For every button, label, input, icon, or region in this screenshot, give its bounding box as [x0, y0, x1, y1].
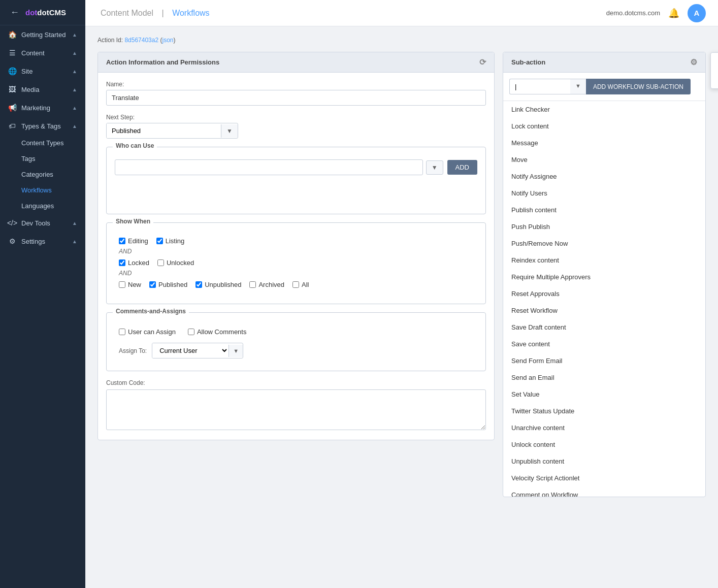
editing-label[interactable]: Editing [119, 237, 148, 245]
dropdown-item[interactable]: Push Publish [503, 218, 705, 235]
dropdown-item[interactable]: Link Checker [503, 101, 705, 118]
add-sub-action-button[interactable]: ADD WORKFLOW SUB-ACTION [586, 79, 691, 94]
save-button[interactable]: Save [711, 53, 718, 71]
new-checkbox[interactable] [119, 281, 125, 288]
assign-to-select[interactable]: Current User [152, 343, 229, 358]
chevron-up-icon: ▲ [72, 50, 77, 56]
avatar[interactable]: A [688, 4, 706, 22]
dropdown-item[interactable]: Reindex content [503, 252, 705, 269]
and-text-1: AND [119, 248, 473, 255]
locked-label[interactable]: Locked [119, 259, 149, 267]
sidebar-item-label: Site [21, 68, 32, 75]
sidebar-item-label: Content [21, 49, 45, 57]
allow-comments-label[interactable]: Allow Comments [188, 328, 247, 336]
published-label[interactable]: Published [149, 281, 187, 288]
sidebar-sub-tags[interactable]: Tags [0, 151, 85, 167]
dropdown-item[interactable]: Move [503, 151, 705, 168]
dropdown-item[interactable]: Notify Users [503, 185, 705, 202]
save-cancel-popup: Save Cancel [710, 52, 718, 89]
listing-label[interactable]: Listing [156, 237, 185, 245]
panel-row: Action Information and Permissions ⟳ Nam… [97, 52, 706, 497]
marketing-icon: 📢 [8, 104, 16, 112]
dropdown-item[interactable]: Require Multiple Approvers [503, 269, 705, 285]
sidebar: ← dotdotCMS 🏠 Getting Started ▲ ☰ Conten… [0, 0, 85, 588]
gear-icon[interactable]: ⟳ [479, 57, 486, 67]
sidebar-item-marketing[interactable]: 📢 Marketing ▲ [0, 99, 85, 117]
dropdown-item[interactable]: Unpublish content [503, 453, 705, 470]
sidebar-item-getting-started[interactable]: 🏠 Getting Started ▲ [0, 25, 85, 44]
sub-action-dropdown-btn[interactable]: ▼ [570, 79, 586, 94]
dropdown-item[interactable]: Message [503, 135, 705, 151]
dropdown-item[interactable]: Send an Email [503, 369, 705, 386]
dropdown-item[interactable]: Unlock content [503, 436, 705, 453]
sidebar-item-media[interactable]: 🖼 Media ▲ [0, 80, 85, 99]
show-when-legend: Show When [113, 218, 153, 225]
sidebar-item-settings[interactable]: ⚙ Settings ▲ [0, 232, 85, 250]
cancel-button[interactable]: Cancel [711, 71, 718, 88]
all-checkbox[interactable] [292, 281, 299, 288]
settings-icon: ⚙ [8, 237, 16, 245]
next-step-dropdown-btn[interactable]: ▼ [221, 124, 238, 138]
published-checkbox[interactable] [149, 281, 156, 288]
sidebar-item-label: Settings [21, 238, 45, 245]
sub-action-search-input[interactable] [509, 79, 570, 94]
dropdown-item[interactable]: Publish content [503, 202, 705, 218]
dropdown-item[interactable]: Reset Approvals [503, 285, 705, 302]
left-panel-title: Action Information and Permissions [106, 58, 219, 66]
dropdown-item[interactable]: Save content [503, 336, 705, 352]
dropdown-item[interactable]: Send Form Email [503, 352, 705, 369]
locked-checkbox[interactable] [119, 259, 125, 266]
content-area: Action Id: 8d567403a2 (json) Action Info… [85, 26, 718, 588]
dropdown-item[interactable]: Unarchive content [503, 419, 705, 436]
next-step-select[interactable]: Published [107, 123, 221, 138]
new-label[interactable]: New [119, 281, 141, 288]
dropdown-item[interactable]: Reset Workflow [503, 302, 705, 319]
sidebar-item-site[interactable]: 🌐 Site ▲ [0, 62, 85, 80]
dropdown-item[interactable]: Save Draft content [503, 319, 705, 336]
custom-code-textarea[interactable] [106, 389, 486, 430]
dropdown-item[interactable]: Notify Assignee [503, 168, 705, 185]
unpublished-checkbox[interactable] [195, 281, 202, 288]
unlocked-checkbox[interactable] [157, 259, 164, 266]
user-can-assign-checkbox[interactable] [119, 329, 125, 335]
sidebar-item-dev-tools[interactable]: </> Dev Tools ▲ [0, 214, 85, 232]
sidebar-sub-languages[interactable]: Languages [0, 198, 85, 214]
dropdown-item[interactable]: Twitter Status Update [503, 403, 705, 419]
dropdown-item[interactable]: Push/Remove Now [503, 235, 705, 252]
archived-label[interactable]: Archived [249, 281, 284, 288]
action-json-link[interactable]: json [162, 37, 173, 44]
unlocked-label[interactable]: Unlocked [157, 259, 194, 267]
sidebar-sub-workflows[interactable]: Workflows [0, 182, 85, 198]
who-can-use-select[interactable] [115, 159, 423, 175]
who-dropdown-btn[interactable]: ▼ [426, 160, 443, 175]
user-can-assign-label[interactable]: User can Assign [119, 328, 176, 336]
assign-dropdown-btn[interactable]: ▼ [229, 345, 243, 357]
action-id-link[interactable]: 8d567403a2 [124, 37, 158, 44]
dropdown-item[interactable]: Lock content [503, 118, 705, 135]
name-group: Name: [106, 81, 486, 106]
page-title: Content Model | Workflows [97, 9, 213, 18]
editing-checkbox[interactable] [119, 238, 125, 244]
action-id-bar: Action Id: 8d567403a2 (json) [97, 37, 706, 44]
sidebar-sub-content-types[interactable]: Content Types [0, 135, 85, 151]
unpublished-label[interactable]: Unpublished [195, 281, 241, 288]
who-add-button[interactable]: ADD [447, 160, 477, 175]
back-button[interactable]: ← [8, 7, 21, 18]
next-step-select-wrapper: Published ▼ [106, 123, 238, 139]
allow-comments-checkbox[interactable] [188, 329, 194, 335]
bell-icon[interactable]: 🔔 [668, 8, 679, 19]
sidebar-item-types-tags[interactable]: 🏷 Types & Tags ▲ [0, 117, 85, 135]
archived-checkbox[interactable] [249, 281, 256, 288]
name-input[interactable] [106, 90, 486, 106]
comments-check-row: User can Assign Allow Comments [119, 328, 473, 336]
dropdown-item[interactable]: Velocity Script Actionlet [503, 470, 705, 486]
next-step-group: Next Step: Published ▼ [106, 114, 486, 139]
chevron-up-icon: ▲ [72, 123, 77, 129]
sidebar-sub-categories[interactable]: Categories [0, 167, 85, 182]
listing-checkbox[interactable] [156, 238, 163, 244]
all-label[interactable]: All [292, 281, 309, 288]
dropdown-item[interactable]: Comment on Workflow [503, 486, 705, 497]
dropdown-item[interactable]: Set Value [503, 386, 705, 403]
gear-icon-right[interactable]: ⚙ [690, 57, 697, 67]
sidebar-item-content[interactable]: ☰ Content ▲ [0, 44, 85, 62]
